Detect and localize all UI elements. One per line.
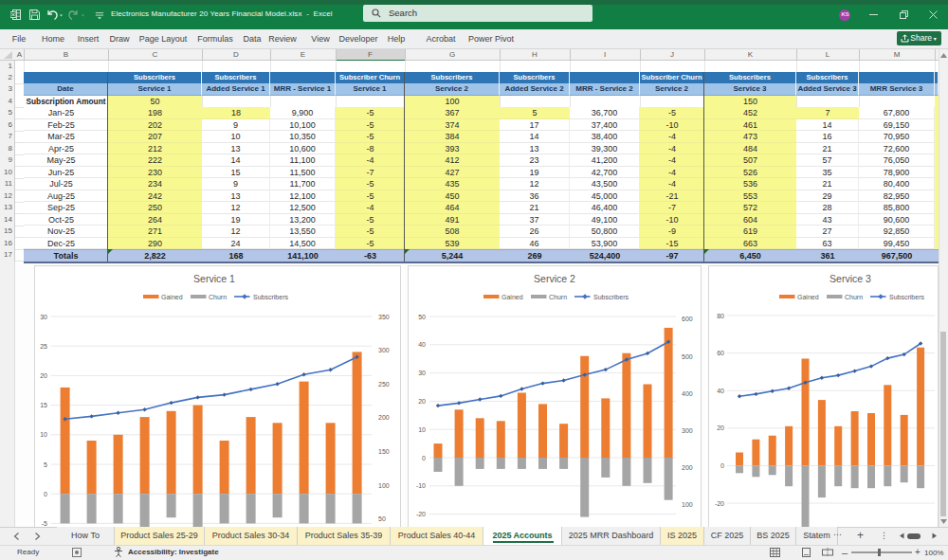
svg-text:0: 0 bbox=[44, 491, 47, 497]
svg-text:Service 3: Service 3 bbox=[830, 273, 871, 284]
svg-text:300: 300 bbox=[682, 427, 693, 434]
svg-text:50: 50 bbox=[418, 314, 426, 320]
svg-text:600: 600 bbox=[682, 316, 693, 322]
svg-text:0: 0 bbox=[720, 462, 724, 469]
svg-text:Subscribers: Subscribers bbox=[593, 294, 629, 300]
svg-text:Gained: Gained bbox=[161, 294, 183, 300]
svg-text:Gained: Gained bbox=[797, 294, 819, 300]
svg-text:350: 350 bbox=[378, 314, 390, 320]
svg-text:30: 30 bbox=[40, 314, 47, 320]
svg-text:400: 400 bbox=[682, 390, 693, 397]
svg-text:40: 40 bbox=[418, 341, 426, 348]
svg-text:-20: -20 bbox=[416, 511, 426, 517]
svg-text:250: 250 bbox=[378, 381, 390, 388]
svg-text:Churn: Churn bbox=[209, 294, 227, 300]
svg-text:-5: -5 bbox=[42, 520, 47, 527]
svg-text:40: 40 bbox=[717, 388, 724, 394]
svg-text:10: 10 bbox=[418, 426, 426, 433]
svg-text:200: 200 bbox=[378, 414, 390, 421]
svg-text:200: 200 bbox=[682, 464, 693, 471]
svg-text:Churn: Churn bbox=[845, 294, 863, 300]
svg-text:0: 0 bbox=[422, 455, 426, 461]
svg-text:Subscribers: Subscribers bbox=[889, 294, 924, 300]
svg-text:-20: -20 bbox=[715, 500, 724, 507]
svg-text:20: 20 bbox=[40, 372, 47, 379]
svg-text:100: 100 bbox=[378, 482, 390, 489]
svg-text:500: 500 bbox=[682, 353, 693, 360]
svg-text:15: 15 bbox=[40, 402, 47, 408]
svg-text:10: 10 bbox=[40, 431, 47, 438]
svg-text:20: 20 bbox=[717, 425, 724, 431]
svg-text:-10: -10 bbox=[416, 482, 426, 489]
svg-text:Service 1: Service 1 bbox=[193, 273, 235, 284]
svg-text:80: 80 bbox=[717, 313, 724, 319]
svg-text:60: 60 bbox=[717, 350, 724, 356]
svg-text:Churn: Churn bbox=[549, 294, 567, 300]
svg-text:150: 150 bbox=[378, 448, 390, 455]
svg-text:20: 20 bbox=[418, 398, 426, 405]
svg-text:Subscribers: Subscribers bbox=[253, 294, 288, 300]
svg-text:30: 30 bbox=[418, 370, 426, 376]
svg-text:50: 50 bbox=[378, 515, 386, 522]
svg-text:300: 300 bbox=[378, 347, 390, 353]
svg-text:5: 5 bbox=[44, 461, 47, 468]
svg-text:Gained: Gained bbox=[501, 294, 523, 300]
svg-text:Service 2: Service 2 bbox=[534, 273, 575, 284]
svg-text:100: 100 bbox=[682, 501, 693, 508]
svg-text:25: 25 bbox=[40, 343, 47, 350]
